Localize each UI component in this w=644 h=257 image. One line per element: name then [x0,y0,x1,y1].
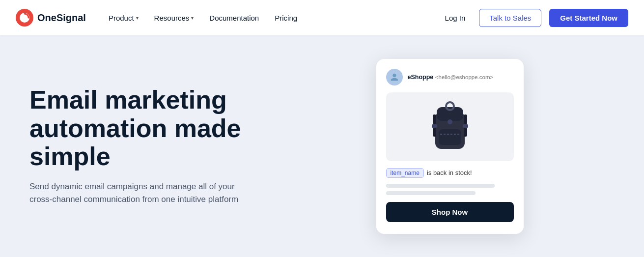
nav-item-resources[interactable]: Resources ▾ [147,10,201,26]
nav-documentation-label: Documentation [209,14,259,22]
avatar [386,69,403,86]
product-chevron-icon: ▾ [136,15,139,21]
user-icon [390,73,399,82]
product-image-area [386,92,514,161]
email-card: eShoppe <hello@eshoppe.com> [376,59,524,234]
resources-chevron-icon: ▾ [191,15,194,21]
talk-to-sales-button[interactable]: Talk to Sales [479,9,541,27]
sender-info: eShoppe <hello@eshoppe.com> [408,74,494,81]
svg-rect-9 [432,124,437,128]
svg-rect-5 [439,129,461,145]
navbar: OneSignal Product ▾ Resources ▾ Document… [0,0,644,35]
backpack-image [428,97,472,156]
stock-text: is back in stock! [427,169,472,176]
skeleton-line-1 [386,184,495,188]
logo-link[interactable]: OneSignal [16,9,86,27]
skeleton-lines [386,184,514,195]
login-button[interactable]: Log In [439,10,472,26]
logo-icon [16,9,33,27]
svg-rect-10 [463,124,468,128]
nav-item-pricing[interactable]: Pricing [268,10,304,26]
hero-visual: eShoppe <hello@eshoppe.com> [285,59,615,234]
hero-subtext: Send dynamic email campaigns and manage … [29,180,246,206]
svg-point-11 [448,119,452,124]
item-name-badge: item_name [386,168,424,178]
email-header: eShoppe <hello@eshoppe.com> [386,69,514,86]
hero-heading: Email marketing automation made simple [29,86,285,171]
sender-email: <hello@eshoppe.com> [435,74,493,80]
get-started-button[interactable]: Get Started Now [549,9,628,27]
nav-links: Product ▾ Resources ▾ Documentation Pric… [102,10,439,26]
skeleton-line-2 [386,191,476,195]
logo-text: OneSignal [37,12,86,24]
nav-right: Log In Talk to Sales Get Started Now [439,9,628,27]
nav-item-documentation[interactable]: Documentation [202,10,266,26]
hero-section: Email marketing automation made simple S… [0,35,644,257]
nav-resources-label: Resources [154,14,190,22]
hero-text: Email marketing automation made simple S… [29,86,285,206]
sender-name: eShoppe [408,74,434,81]
nav-product-label: Product [109,14,134,22]
shop-now-button[interactable]: Shop Now [386,202,514,222]
nav-item-product[interactable]: Product ▾ [102,10,145,26]
nav-pricing-label: Pricing [275,14,297,22]
stock-line: item_name is back in stock! [386,168,514,178]
